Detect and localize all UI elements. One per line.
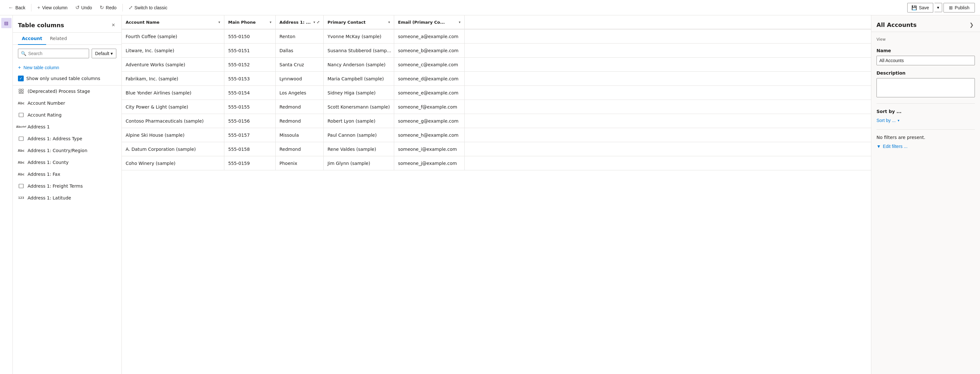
cell-email: someone_c@example.com [394, 58, 465, 71]
sort-section: Sort by ... Sort by ... ▾ [877, 103, 975, 124]
col-header-phone[interactable]: Main Phone ▾ [224, 15, 275, 29]
cell-contact: Scott Konersmann (sample) [324, 100, 394, 114]
sort-btn-label: Sort by ... [877, 118, 896, 123]
new-column-label: New table column [23, 65, 59, 70]
cell-phone: 555-0156 [224, 114, 275, 128]
cell-phone: 555-0153 [224, 72, 275, 86]
col-header-address[interactable]: Address 1: ... ▾ ⤢ [275, 15, 324, 29]
tab-account[interactable]: Account [18, 33, 46, 45]
col-header-contact[interactable]: Primary Contact ▾ [324, 15, 394, 29]
cell-phone: 555-0154 [224, 86, 275, 100]
table-row[interactable]: Alpine Ski House (sample) 555-0157 Misso… [122, 128, 871, 142]
cell-address: Redmond [275, 100, 324, 114]
list-item[interactable]: Account Rating [13, 109, 121, 121]
chevron-down-icon: ▾ [898, 119, 900, 123]
new-column-button[interactable]: + New table column [13, 62, 121, 73]
col-header-account[interactable]: Account Name ▾ [122, 15, 224, 29]
col-header-label: Main Phone [228, 20, 256, 25]
save-dropdown-button[interactable]: ▾ [934, 3, 942, 12]
save-button[interactable]: 💾 Save [907, 3, 933, 13]
view-column-button[interactable]: + View column [34, 3, 70, 13]
search-input[interactable] [28, 51, 86, 56]
box-icon [18, 112, 24, 118]
list-item[interactable]: Abc Address 1: County [13, 157, 121, 168]
cell-phone: 555-0151 [224, 44, 275, 57]
cell-address: Phoenix [275, 156, 324, 170]
sort-caret-icon: ▾ [388, 20, 390, 24]
cell-phone: 555-0157 [224, 128, 275, 142]
col-header-label: Primary Contact [328, 20, 366, 25]
columns-icon: ▤ [4, 21, 8, 25]
cell-contact: Sidney Higa (sample) [324, 86, 394, 100]
cell-contact: Rene Valdes (sample) [324, 142, 394, 156]
col-header-label: Account Name [126, 20, 160, 25]
undo-label: Undo [81, 5, 92, 10]
123-icon: 123 [18, 195, 24, 201]
cell-contact: Susanna Stubberod (samp... [324, 44, 394, 57]
close-panel-button[interactable]: × [110, 21, 116, 30]
grid-body: Fourth Coffee (sample) 555-0150 Renton Y… [122, 30, 871, 374]
list-item[interactable]: Address 1: Address Type [13, 133, 121, 145]
table-row[interactable]: Contoso Pharmaceuticals (sample) 555-015… [122, 114, 871, 128]
table-row[interactable]: City Power & Light (sample) 555-0155 Red… [122, 100, 871, 114]
cell-email: someone_h@example.com [394, 128, 465, 142]
undo-button[interactable]: ↺ Undo [72, 3, 95, 13]
unused-columns-checkbox[interactable]: ✓ [18, 76, 24, 81]
switch-icon: ⤢ [129, 5, 133, 11]
close-icon: × [111, 22, 115, 28]
list-item[interactable]: Abc Address 1: Fax [13, 168, 121, 180]
sort-caret-icon: ▾ [458, 20, 461, 24]
redo-button[interactable]: ↻ Redo [97, 3, 119, 13]
cell-email: someone_b@example.com [394, 44, 465, 57]
table-row[interactable]: Litware, Inc. (sample) 555-0151 Dallas S… [122, 44, 871, 58]
svg-rect-2 [19, 91, 21, 92]
cell-phone: 555-0155 [224, 100, 275, 114]
list-item[interactable]: Abc Address 1: Country/Region [13, 145, 121, 157]
checkbox-row[interactable]: ✓ Show only unused table columns [13, 73, 121, 86]
save-label: Save [919, 5, 929, 10]
sidebar-icon-columns[interactable]: ▤ [1, 18, 11, 28]
view-label: View [877, 37, 975, 42]
edit-filters-button[interactable]: ▼ Edit filters ... [877, 143, 908, 150]
save-icon: 💾 [912, 5, 917, 10]
abc-icon: Abc [18, 100, 24, 106]
sort-caret-icon: ▾ [218, 20, 220, 24]
switch-classic-button[interactable]: ⤢ Switch to classic [125, 3, 171, 13]
left-panel-header: Table columns × [13, 15, 121, 33]
cell-account: Fourth Coffee (sample) [122, 30, 224, 43]
name-section: Name [877, 48, 975, 65]
table-row[interactable]: Fourth Coffee (sample) 555-0150 Renton Y… [122, 30, 871, 44]
back-icon: ← [8, 5, 13, 11]
default-dropdown[interactable]: Default ▾ [92, 49, 116, 58]
cell-account: Blue Yonder Airlines (sample) [122, 86, 224, 100]
unused-columns-label: Show only unused table columns [26, 76, 100, 81]
list-item[interactable]: Address 1: Freight Terms [13, 180, 121, 192]
main-layout: ▤ Table columns × Account Related 🔍 Defa… [0, 15, 980, 374]
dropdown-label: Default [95, 51, 109, 56]
column-name: Address 1 [27, 124, 50, 129]
chevron-down-icon: ▾ [937, 5, 939, 10]
publish-icon: ⊞ [949, 5, 953, 10]
cell-contact: Nancy Anderson (sample) [324, 58, 394, 71]
expand-panel-button[interactable]: ❯ [968, 21, 975, 29]
name-input[interactable] [877, 56, 975, 65]
publish-button[interactable]: ⊞ Publish [943, 3, 975, 13]
list-item[interactable]: (Deprecated) Process Stage [13, 86, 121, 97]
list-item[interactable]: Abcdef Address 1 [13, 121, 121, 133]
description-input[interactable] [877, 78, 975, 97]
table-row[interactable]: Adventure Works (sample) 555-0152 Santa … [122, 58, 871, 72]
toolbar: ← Back + View column ↺ Undo ↻ Redo ⤢ Swi… [0, 0, 980, 15]
abc-icon: Abc [18, 171, 24, 177]
cell-phone: 555-0159 [224, 156, 275, 170]
sort-by-button[interactable]: Sort by ... ▾ [877, 117, 900, 124]
table-row[interactable]: Fabrikam, Inc. (sample) 555-0153 Lynnwoo… [122, 72, 871, 86]
col-header-email[interactable]: Email (Primary Co... ▾ [394, 15, 465, 29]
tab-related[interactable]: Related [46, 33, 71, 45]
back-button[interactable]: ← Back [5, 3, 29, 13]
table-row[interactable]: Coho Winery (sample) 555-0159 Phoenix Ji… [122, 156, 871, 170]
list-item[interactable]: 123 Address 1: Latitude [13, 192, 121, 204]
table-row[interactable]: Blue Yonder Airlines (sample) 555-0154 L… [122, 86, 871, 100]
list-item[interactable]: Abc Account Number [13, 97, 121, 109]
table-row[interactable]: A. Datum Corporation (sample) 555-0158 R… [122, 142, 871, 156]
abc-icon: Abc [18, 159, 24, 166]
